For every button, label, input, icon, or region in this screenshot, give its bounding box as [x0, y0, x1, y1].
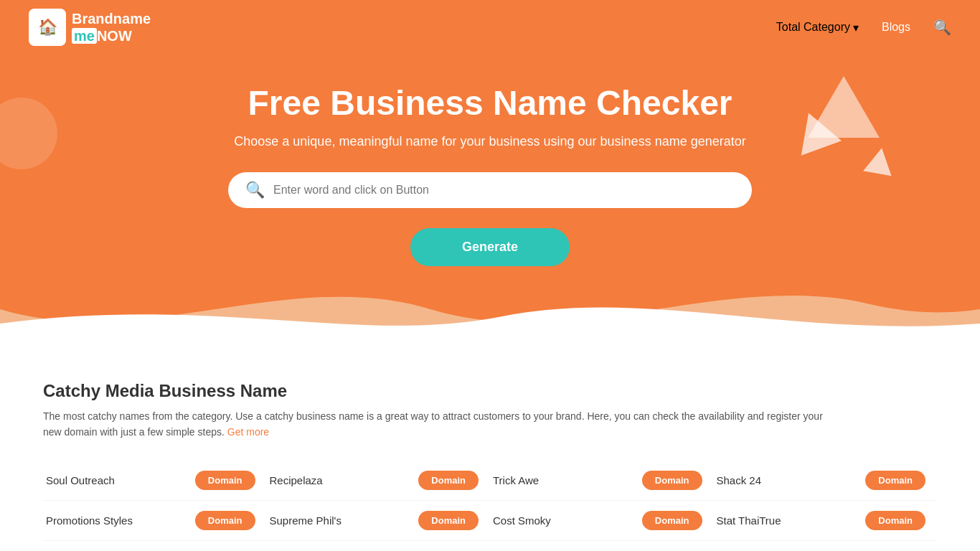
business-name: Soul Outreach [46, 474, 115, 486]
list-item: Trick Awe Domain [490, 461, 714, 501]
triangle-decoration-2 [863, 146, 896, 176]
content-section: Catchy Media Business Name The most catc… [0, 352, 980, 551]
name-col-4: Shack 24 Domain Stat ThaiTrue Domain Nat… [714, 461, 938, 551]
search-input[interactable] [273, 184, 735, 197]
hero-section: Free Business Name Checker Choose a uniq… [0, 55, 980, 352]
search-bar: 🔍 [228, 172, 752, 208]
business-name: Stat ThaiTrue [717, 514, 781, 527]
domain-button[interactable]: Domain [865, 471, 925, 490]
name-col-1: Soul Outreach Domain Promotions Styles D… [43, 461, 267, 551]
list-item: Stat ThaiTrue Domain [714, 501, 938, 541]
section-title: Catchy Media Business Name [43, 381, 937, 401]
list-item: Grabber Healthza Domain [267, 541, 491, 551]
domain-button[interactable]: Domain [865, 511, 925, 530]
total-category-label: Total Category [776, 21, 850, 34]
search-bar-icon: 🔍 [245, 181, 265, 199]
main-nav: Total Category ▾ Blogs 🔍 [776, 19, 951, 36]
name-col-3: Trick Awe Domain Cost Smoky Domain Honor… [490, 461, 714, 551]
chevron-down-icon: ▾ [853, 21, 859, 34]
list-item: Supreme Phil's Domain [267, 501, 491, 541]
business-name: Recipelaza [270, 474, 323, 486]
domain-button[interactable]: Domain [195, 471, 255, 490]
domain-button[interactable]: Domain [418, 511, 479, 530]
blogs-nav[interactable]: Blogs [882, 21, 910, 34]
logo-text: Brandname meNOW [72, 10, 151, 44]
list-item: Shack 24 Domain [714, 461, 938, 501]
list-item: Cost Smoky Domain [490, 501, 714, 541]
names-grid: Soul Outreach Domain Promotions Styles D… [43, 461, 937, 551]
name-col-2: Recipelaza Domain Supreme Phil's Domain … [267, 461, 491, 551]
logo-icon: 🏠 [29, 9, 66, 46]
domain-button[interactable]: Domain [642, 511, 702, 530]
total-category-nav[interactable]: Total Category ▾ [776, 21, 859, 34]
business-name: Supreme Phil's [270, 514, 341, 527]
header: 🏠 Brandname meNOW Total Category ▾ Blogs… [0, 0, 980, 55]
domain-button[interactable]: Domain [418, 471, 479, 490]
domain-button[interactable]: Domain [195, 511, 255, 530]
list-item: Ality Cleopatra's Domain [43, 541, 267, 551]
business-name: Cost Smoky [493, 514, 551, 527]
list-item: Soul Outreach Domain [43, 461, 267, 501]
business-name: Shack 24 [717, 474, 762, 486]
search-icon[interactable]: 🔍 [933, 19, 951, 36]
get-more-link[interactable]: Get more [227, 426, 269, 438]
business-name: Promotions Styles [46, 514, 133, 527]
domain-button[interactable]: Domain [642, 471, 702, 490]
list-item: Naturaldo Domain [714, 541, 938, 551]
triangle-decoration-3 [808, 76, 880, 138]
logo-area: 🏠 Brandname meNOW [29, 9, 151, 46]
list-item: Recipelaza Domain [267, 461, 491, 501]
business-name: Trick Awe [493, 474, 539, 486]
list-item: Promotions Styles Domain [43, 501, 267, 541]
section-desc: The most catchy names from the category.… [43, 408, 832, 441]
wave-decoration [0, 252, 980, 352]
list-item: Honor SimTech Domain [490, 541, 714, 551]
